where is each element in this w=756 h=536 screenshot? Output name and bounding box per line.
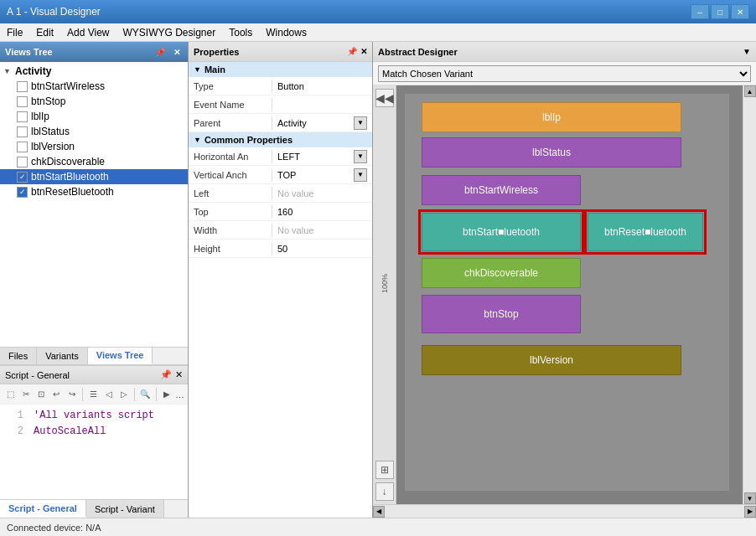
close-props-icon[interactable]: ✕ (360, 47, 367, 56)
parent-dropdown-btn[interactable]: ▼ (354, 116, 367, 130)
tool-search[interactable]: 🔍 (138, 387, 152, 402)
back-btn[interactable]: ◀◀ (375, 89, 394, 107)
h-anchor-dropdown-btn[interactable]: ▼ (354, 150, 367, 163)
pin-script-icon[interactable]: 📌 (160, 369, 172, 380)
tree-item-activity[interactable]: ▼ Activity (0, 64, 188, 79)
checkbox-btnStop[interactable] (17, 96, 28, 107)
props-row-top[interactable]: Top 160 (189, 203, 372, 221)
menu-file[interactable]: File (0, 25, 29, 39)
prop-value-event-name[interactable] (272, 103, 372, 106)
designer-scrollbar-bottom[interactable]: ◀ ▶ (373, 504, 756, 518)
section-main-label: Main (205, 64, 225, 75)
export-btn[interactable]: ↓ (375, 482, 394, 501)
checkbox-btnStartBluetooth[interactable]: ✓ (17, 172, 28, 183)
checkbox-chkDiscoverable[interactable] (17, 157, 28, 168)
scroll-left-btn[interactable]: ◀ (373, 506, 385, 518)
scroll-down-btn[interactable]: ▼ (744, 492, 756, 504)
tool-copy[interactable]: ⊡ (34, 387, 48, 402)
label-btnResetBluetooth: btnResetBluetooth (31, 186, 114, 198)
component-chkDiscoverable[interactable]: chkDiscoverable (422, 258, 581, 288)
properties-title: Properties (194, 47, 239, 57)
designer-close-icon[interactable]: ▼ (743, 47, 751, 56)
script-line-2: 2 AutoScaleAll (7, 424, 181, 440)
script-content: 1 'All variants script 2 AutoScaleAll (0, 405, 188, 443)
tree-item-btnResetBluetooth[interactable]: ✓ btnResetBluetooth (0, 184, 188, 199)
tab-variants[interactable]: Variants (37, 348, 88, 364)
prop-label-top: Top (189, 205, 272, 219)
component-btnStop[interactable]: btnStop (422, 295, 581, 333)
close-button[interactable]: ✕ (731, 4, 749, 19)
variant-dropdown[interactable]: Match Chosen Variant (378, 65, 751, 82)
component-btnStartBluetooth[interactable]: btnStart■luetooth (422, 213, 581, 251)
close-script-icon[interactable]: ✕ (175, 369, 183, 380)
checkbox-btnResetBluetooth[interactable]: ✓ (17, 187, 28, 198)
tree-item-lblIp[interactable]: lblIp (0, 109, 188, 124)
component-lblStatus[interactable]: lblStatus (422, 137, 681, 168)
close-panel-icon[interactable]: ✕ (171, 47, 183, 58)
pin-props-icon[interactable]: 📌 (347, 47, 357, 56)
props-row-height[interactable]: Height 50 (189, 240, 372, 258)
tab-files[interactable]: Files (0, 348, 37, 364)
status-bar: Connected device: N/A (0, 518, 756, 536)
props-section-main[interactable]: ▼ Main (189, 62, 372, 77)
scroll-up-btn[interactable]: ▲ (744, 85, 756, 97)
tab-views-tree[interactable]: Views Tree (88, 348, 153, 364)
tree-item-btnStop[interactable]: btnStop (0, 94, 188, 109)
tool-indent2[interactable]: ▷ (117, 387, 131, 402)
component-btnStartWireless[interactable]: btnStartWireless (422, 175, 581, 205)
pin-icon[interactable]: 📌 (153, 47, 168, 58)
component-lblIp[interactable]: lblIp (422, 102, 681, 132)
tool-cut[interactable]: ✂ (18, 387, 32, 402)
tool-outdent[interactable]: ◁ (101, 387, 115, 402)
tool-new[interactable]: ⬚ (3, 387, 17, 402)
label-lblVersion: lblVersion (31, 141, 75, 152)
tree-item-lblVersion[interactable]: lblVersion (0, 139, 188, 154)
menu-bar: File Edit Add View WYSIWYG Designer Tool… (0, 23, 756, 42)
props-row-event-name[interactable]: Event Name (189, 95, 372, 114)
prop-label-height: Height (189, 242, 272, 255)
prop-label-left: Left (189, 187, 272, 200)
scroll-right-btn[interactable]: ▶ (744, 506, 756, 518)
tool-undo[interactable]: ↩ (49, 387, 63, 402)
maximize-button[interactable]: □ (711, 4, 729, 19)
tool-run[interactable]: ▶ (160, 387, 173, 402)
menu-windows[interactable]: Windows (259, 25, 313, 39)
line-code-2: AutoScaleAll (34, 424, 106, 440)
component-lblVersion[interactable]: lblVersion (422, 345, 681, 375)
menu-edit[interactable]: Edit (29, 25, 60, 39)
checkbox-lblIp[interactable] (17, 111, 28, 122)
menu-tools[interactable]: Tools (222, 25, 259, 39)
tab-script-variant[interactable]: Script - Variant (86, 500, 164, 518)
props-row-left[interactable]: Left No value (189, 184, 372, 203)
designer-scrollbar-right[interactable]: ▲ ▼ (743, 85, 756, 504)
tree-item-label: Activity (15, 65, 51, 77)
checkbox-lblVersion[interactable] (17, 142, 28, 152)
tree-item-chkDiscoverable[interactable]: chkDiscoverable (0, 154, 188, 169)
menu-add-view[interactable]: Add View (60, 25, 116, 39)
prop-value-parent: Activity ▼ (272, 115, 372, 131)
props-row-h-anchor[interactable]: Horizontal An LEFT ▼ (189, 147, 372, 166)
views-tree-header: Views Tree 📌 ✕ (0, 42, 188, 62)
checkbox-lblStatus[interactable] (17, 126, 28, 137)
v-anchor-dropdown-btn[interactable]: ▼ (354, 168, 367, 182)
tool-redo[interactable]: ↪ (65, 387, 79, 402)
minimize-button[interactable]: – (691, 4, 709, 19)
section-common-label: Common Properties (205, 135, 293, 145)
fit-btn[interactable]: ⊞ (375, 461, 394, 479)
checkbox-btnStartWireless[interactable] (17, 81, 28, 92)
props-row-parent[interactable]: Parent Activity ▼ (189, 114, 372, 132)
tree-item-btnstartWireless[interactable]: btnStartWireless (0, 79, 188, 94)
tree-item-lblStatus[interactable]: lblStatus (0, 124, 188, 139)
script-title: Script - General (5, 370, 70, 380)
props-row-width[interactable]: Width No value (189, 221, 372, 240)
tool-indent[interactable]: ☰ (86, 387, 100, 402)
menu-wysiwyg[interactable]: WYSIWYG Designer (117, 25, 223, 39)
tab-script-general[interactable]: Script - General (0, 500, 86, 518)
props-row-v-anchor[interactable]: Vertical Anch TOP ▼ (189, 166, 372, 184)
tree-item-btnStartBluetooth[interactable]: ✓ btnStartBluetooth (0, 169, 188, 184)
props-header-icons: 📌 ✕ (347, 47, 367, 56)
prop-value-v-anchor: TOP ▼ (272, 167, 372, 183)
designer-canvas[interactable]: lblIp lblStatus btnStartWireless btnStar… (396, 85, 743, 504)
component-btnResetBluetooth[interactable]: btnReset■luetooth (588, 213, 703, 251)
props-section-common[interactable]: ▼ Common Properties (189, 132, 372, 147)
